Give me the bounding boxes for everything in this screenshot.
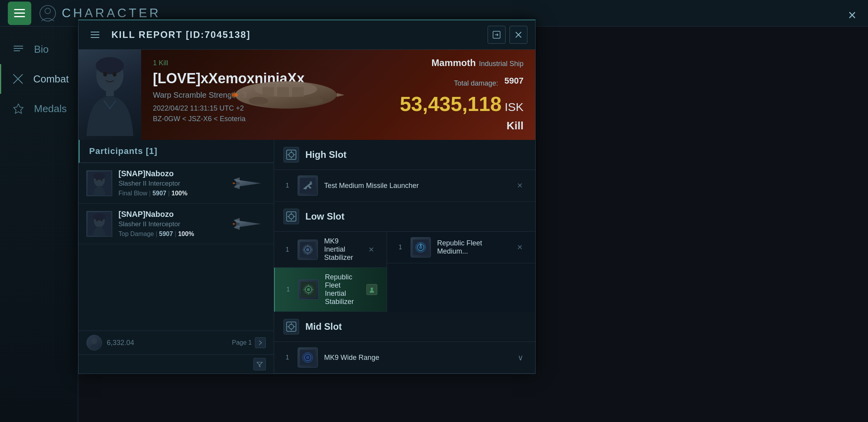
modal-close-button[interactable] — [509, 26, 527, 44]
modal-body: Participants [1] [SNAP]Nabozo S — [79, 140, 535, 374]
svg-point-14 — [113, 72, 117, 77]
character-icon — [39, 5, 56, 22]
close-icon — [515, 31, 522, 38]
ship-illustration — [227, 66, 344, 124]
sidebar-item-combat[interactable]: Combat — [0, 64, 78, 94]
low-slot-title: Low Slot — [305, 211, 344, 222]
kill-report-modal: KILL REPORT [ID:7045138] — [78, 20, 536, 374]
mid-slot-item-name-1: MK9 Wide Range — [324, 354, 509, 362]
svg-point-45 — [289, 214, 294, 219]
ship-info: Mammoth Industrial Ship — [400, 57, 524, 70]
filter-button[interactable] — [253, 358, 266, 370]
low-slot-col2-close-1[interactable]: ✕ — [514, 241, 526, 253]
slot-number: 1 — [283, 246, 291, 253]
svg-point-1 — [45, 8, 50, 14]
republic-fleet-medium-icon — [411, 237, 431, 257]
isk-row: 53,435,118 ISK — [400, 90, 524, 116]
participant-avatar-2 — [86, 211, 112, 237]
svg-rect-21 — [277, 87, 289, 97]
footer-value: 6,332.04 — [107, 339, 134, 347]
svg-marker-7 — [14, 104, 23, 113]
svg-rect-22 — [292, 87, 304, 97]
low-slot-col2-item-name-1: Republic Fleet Medium... — [437, 239, 508, 256]
participants-header: Participants [1] — [79, 140, 274, 163]
svg-point-53 — [307, 288, 310, 291]
filter-icon — [256, 361, 263, 368]
ship-class: Mammoth — [432, 57, 476, 68]
mid-slot-icon — [283, 319, 299, 334]
slot-number: 1 — [283, 354, 291, 361]
participants-footer: 6,332.04 Page 1 — [79, 331, 274, 374]
high-slot-item-close-1[interactable]: ✕ — [514, 180, 526, 191]
high-slot-title: High Slot — [305, 149, 346, 160]
low-slot-item-name-1: MK9 Inertial Stabilizer — [324, 237, 359, 262]
participant-2-pct: 100% — [178, 231, 194, 237]
low-slot-icon — [283, 209, 299, 224]
mid-slot-header: Mid Slot — [274, 312, 535, 342]
participant-1-tag: Final Blow — [118, 190, 147, 197]
mid-slot-item-1[interactable]: 1 MK9 Wide Range ∨ — [274, 342, 535, 374]
participants-title: Participants [1] — [89, 146, 158, 156]
participant-item[interactable]: [SNAP]Nabozo Slasher II Interceptor Top … — [79, 204, 274, 244]
page-next-button[interactable] — [255, 337, 266, 348]
participant-2-stats: Top Damage | 5907 | 100% — [118, 231, 224, 238]
low-slot-item-1[interactable]: 1 MK9 Inertial Stabilizer ✕ — [274, 232, 387, 268]
high-slot-item-1[interactable]: 1 Test Medium Missile Launcher ✕ — [274, 170, 535, 202]
svg-point-31 — [233, 182, 235, 184]
republic-fleet-inertial-icon — [298, 279, 319, 300]
chevron-right-icon — [258, 340, 263, 345]
slasher-ship-svg-2 — [232, 214, 265, 234]
pagination: Page 1 — [232, 337, 266, 348]
isk-unit: ISK — [505, 100, 524, 114]
victim-avatar — [79, 50, 141, 140]
ship-type: Industrial Ship — [479, 60, 524, 68]
damage-row: Total damage: 5907 — [400, 74, 524, 88]
mk9-wide-range-icon — [298, 347, 318, 368]
sidebar-bio-label: Bio — [34, 43, 49, 55]
svg-point-29 — [101, 179, 102, 181]
app-menu-button[interactable] — [8, 2, 31, 25]
modal-menu-button[interactable] — [86, 26, 104, 43]
svg-point-37 — [236, 223, 240, 225]
modal-export-button[interactable] — [488, 26, 506, 44]
svg-point-34 — [93, 213, 105, 220]
svg-point-64 — [306, 356, 309, 359]
inertial-stabilizer-icon-svg — [300, 242, 316, 257]
person-icon — [369, 286, 375, 293]
low-slot-items: 1 MK9 Inertial Stabilizer ✕ — [274, 232, 535, 312]
sidebar-item-bio[interactable]: Bio — [0, 34, 78, 64]
low-slot-item-close-1[interactable]: ✕ — [365, 244, 377, 256]
slot-number: 1 — [283, 182, 291, 189]
mammoth-ship-svg — [227, 66, 344, 124]
combat-icon — [11, 71, 25, 87]
low-slot-item-2[interactable]: 1 Republic Fleet Inertial Stabilizer — [274, 268, 387, 312]
low-slot-item-name-2: Republic Fleet Inertial Stabilizer — [325, 273, 360, 306]
sidebar-item-medals[interactable]: Medals — [0, 94, 78, 123]
republic-fleet-inertial-icon-svg — [301, 282, 316, 297]
svg-point-36 — [101, 219, 102, 221]
slasher-ship-svg-1 — [232, 173, 265, 193]
svg-point-13 — [103, 72, 107, 77]
avatar-silhouette — [82, 54, 137, 136]
sidebar-nav: Bio Combat Medals — [0, 27, 78, 131]
app-close-button[interactable]: × — [848, 7, 856, 23]
participant-2-ship: Slasher II Interceptor — [118, 220, 224, 228]
scroll-down-button[interactable]: ∨ — [515, 352, 526, 363]
selected-indicator — [366, 284, 377, 295]
republic-fleet-medium-icon-svg — [413, 240, 429, 255]
low-slot-left-col: 1 MK9 Inertial Stabilizer ✕ — [274, 232, 387, 312]
participant-avatar-1 — [86, 170, 112, 196]
low-slot-col2-item-1[interactable]: 1 Republic Fleet Medium... ✕ — [387, 232, 535, 263]
filter-row — [79, 354, 274, 374]
svg-point-27 — [93, 173, 105, 180]
participant-item[interactable]: [SNAP]Nabozo Slasher II Interceptor Fina… — [79, 163, 274, 204]
isk-value: 53,435,118 — [400, 92, 501, 116]
participant-2-ship-thumb — [231, 212, 266, 236]
kill-count-badge: 1 Kill — [153, 59, 168, 67]
sidebar-combat-label: Combat — [33, 73, 69, 85]
low-slot-icon-svg — [285, 211, 297, 222]
participant-1-info: [SNAP]Nabozo Slasher II Interceptor Fina… — [118, 169, 224, 197]
svg-point-30 — [236, 182, 240, 184]
bio-icon — [11, 41, 26, 57]
slots-panel: High Slot 1 Test Medium Missile Launcher… — [274, 140, 535, 374]
